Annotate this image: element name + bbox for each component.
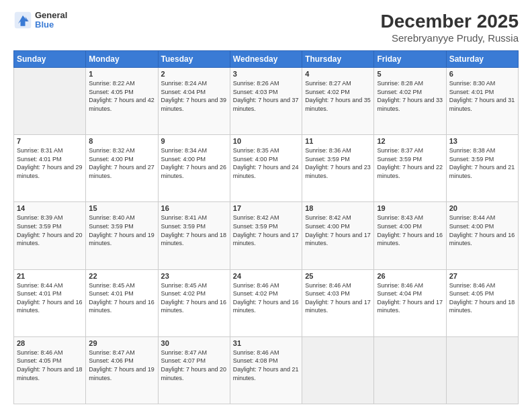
day-number: 12 (377, 137, 443, 145)
day-cell: 28 Sunrise: 8:46 AMSunset: 4:05 PMDaylig… (14, 336, 86, 404)
calendar-table: Sunday Monday Tuesday Wednesday Thursday… (13, 50, 519, 404)
page: General Blue December 2025 Serebryanyye … (0, 0, 532, 411)
day-number: 14 (17, 204, 83, 212)
day-number: 1 (89, 70, 154, 78)
day-cell: 1 Sunrise: 8:22 AMSunset: 4:05 PMDayligh… (86, 68, 158, 135)
logo-icon (13, 11, 32, 30)
day-info: Sunrise: 8:47 AMSunset: 4:06 PMDaylight:… (89, 349, 154, 382)
day-info: Sunrise: 8:22 AMSunset: 4:05 PMDaylight:… (89, 79, 154, 113)
day-cell (374, 336, 446, 404)
day-info: Sunrise: 8:35 AMSunset: 4:00 PMDaylight:… (233, 146, 299, 180)
title-block: December 2025 Serebryanyye Prudy, Russia (381, 11, 519, 44)
day-info: Sunrise: 8:46 AMSunset: 4:08 PMDaylight:… (233, 349, 299, 382)
header-row: Sunday Monday Tuesday Wednesday Thursday… (14, 51, 519, 68)
day-cell: 11 Sunrise: 8:36 AMSunset: 3:59 PMDaylig… (302, 135, 374, 202)
day-number: 15 (89, 204, 154, 212)
logo-blue: Blue (35, 20, 67, 30)
day-info: Sunrise: 8:39 AMSunset: 3:59 PMDaylight:… (17, 214, 83, 247)
col-thursday: Thursday (302, 51, 374, 68)
day-number: 30 (161, 339, 227, 347)
day-cell: 30 Sunrise: 8:47 AMSunset: 4:07 PMDaylig… (158, 336, 230, 404)
day-info: Sunrise: 8:38 AMSunset: 3:59 PMDaylight:… (449, 146, 515, 180)
day-cell: 31 Sunrise: 8:46 AMSunset: 4:08 PMDaylig… (230, 336, 302, 404)
day-info: Sunrise: 8:41 AMSunset: 3:59 PMDaylight:… (161, 214, 227, 247)
day-number: 7 (17, 137, 83, 145)
day-cell: 7 Sunrise: 8:31 AMSunset: 4:01 PMDayligh… (14, 135, 86, 202)
day-info: Sunrise: 8:32 AMSunset: 4:00 PMDaylight:… (89, 146, 154, 180)
day-cell: 12 Sunrise: 8:37 AMSunset: 3:59 PMDaylig… (374, 135, 446, 202)
day-info: Sunrise: 8:46 AMSunset: 4:05 PMDaylight:… (17, 349, 83, 382)
day-info: Sunrise: 8:26 AMSunset: 4:03 PMDaylight:… (233, 79, 299, 113)
day-cell: 18 Sunrise: 8:42 AMSunset: 4:00 PMDaylig… (302, 202, 374, 269)
day-info: Sunrise: 8:46 AMSunset: 4:02 PMDaylight:… (233, 281, 299, 315)
day-info: Sunrise: 8:45 AMSunset: 4:02 PMDaylight:… (161, 281, 227, 315)
day-cell: 10 Sunrise: 8:35 AMSunset: 4:00 PMDaylig… (230, 135, 302, 202)
header: General Blue December 2025 Serebryanyye … (13, 11, 519, 44)
day-number: 10 (233, 137, 299, 145)
col-sunday: Sunday (14, 51, 86, 68)
day-number: 22 (89, 272, 154, 280)
day-info: Sunrise: 8:37 AMSunset: 3:59 PMDaylight:… (377, 146, 443, 180)
day-cell: 16 Sunrise: 8:41 AMSunset: 3:59 PMDaylig… (158, 202, 230, 269)
day-info: Sunrise: 8:44 AMSunset: 4:01 PMDaylight:… (17, 281, 83, 315)
day-cell: 21 Sunrise: 8:44 AMSunset: 4:01 PMDaylig… (14, 269, 86, 336)
day-cell: 27 Sunrise: 8:46 AMSunset: 4:05 PMDaylig… (446, 269, 518, 336)
day-info: Sunrise: 8:34 AMSunset: 4:00 PMDaylight:… (161, 146, 227, 180)
day-cell: 4 Sunrise: 8:27 AMSunset: 4:02 PMDayligh… (302, 68, 374, 135)
day-number: 26 (377, 272, 443, 280)
day-info: Sunrise: 8:42 AMSunset: 4:00 PMDaylight:… (305, 214, 371, 247)
day-info: Sunrise: 8:43 AMSunset: 4:00 PMDaylight:… (377, 214, 443, 247)
week-row-3: 14 Sunrise: 8:39 AMSunset: 3:59 PMDaylig… (14, 202, 519, 269)
day-number: 19 (377, 204, 443, 212)
day-cell: 19 Sunrise: 8:43 AMSunset: 4:00 PMDaylig… (374, 202, 446, 269)
col-tuesday: Tuesday (158, 51, 230, 68)
day-info: Sunrise: 8:24 AMSunset: 4:04 PMDaylight:… (161, 79, 227, 113)
day-number: 8 (89, 137, 154, 145)
day-number: 6 (449, 70, 515, 78)
day-number: 24 (233, 272, 299, 280)
day-cell: 14 Sunrise: 8:39 AMSunset: 3:59 PMDaylig… (14, 202, 86, 269)
day-cell: 6 Sunrise: 8:30 AMSunset: 4:01 PMDayligh… (446, 68, 518, 135)
logo-text: General Blue (35, 11, 67, 30)
day-number: 13 (449, 137, 515, 145)
calendar-subtitle: Serebryanyye Prudy, Russia (381, 32, 519, 44)
day-info: Sunrise: 8:44 AMSunset: 4:00 PMDaylight:… (449, 214, 515, 247)
week-row-2: 7 Sunrise: 8:31 AMSunset: 4:01 PMDayligh… (14, 135, 519, 202)
day-number: 21 (17, 272, 83, 280)
day-number: 11 (305, 137, 371, 145)
day-cell: 9 Sunrise: 8:34 AMSunset: 4:00 PMDayligh… (158, 135, 230, 202)
col-saturday: Saturday (446, 51, 518, 68)
day-number: 5 (377, 70, 443, 78)
calendar-title: December 2025 (381, 11, 519, 32)
day-info: Sunrise: 8:27 AMSunset: 4:02 PMDaylight:… (305, 79, 371, 113)
day-number: 28 (17, 339, 83, 347)
day-cell (302, 336, 374, 404)
day-number: 29 (89, 339, 154, 347)
day-cell: 13 Sunrise: 8:38 AMSunset: 3:59 PMDaylig… (446, 135, 518, 202)
day-cell: 15 Sunrise: 8:40 AMSunset: 3:59 PMDaylig… (86, 202, 158, 269)
day-cell: 8 Sunrise: 8:32 AMSunset: 4:00 PMDayligh… (86, 135, 158, 202)
day-info: Sunrise: 8:30 AMSunset: 4:01 PMDaylight:… (449, 79, 515, 113)
day-number: 23 (161, 272, 227, 280)
col-wednesday: Wednesday (230, 51, 302, 68)
day-cell: 20 Sunrise: 8:44 AMSunset: 4:00 PMDaylig… (446, 202, 518, 269)
day-info: Sunrise: 8:42 AMSunset: 3:59 PMDaylight:… (233, 214, 299, 247)
week-row-4: 21 Sunrise: 8:44 AMSunset: 4:01 PMDaylig… (14, 269, 519, 336)
day-number: 20 (449, 204, 515, 212)
logo-general: General (35, 11, 67, 20)
logo: General Blue (13, 11, 67, 30)
day-number: 18 (305, 204, 371, 212)
day-number: 9 (161, 137, 227, 145)
day-cell: 2 Sunrise: 8:24 AMSunset: 4:04 PMDayligh… (158, 68, 230, 135)
day-cell: 24 Sunrise: 8:46 AMSunset: 4:02 PMDaylig… (230, 269, 302, 336)
day-info: Sunrise: 8:46 AMSunset: 4:03 PMDaylight:… (305, 281, 371, 315)
day-info: Sunrise: 8:45 AMSunset: 4:01 PMDaylight:… (89, 281, 154, 315)
day-cell: 26 Sunrise: 8:46 AMSunset: 4:04 PMDaylig… (374, 269, 446, 336)
day-cell (446, 336, 518, 404)
day-number: 2 (161, 70, 227, 78)
day-number: 16 (161, 204, 227, 212)
day-info: Sunrise: 8:40 AMSunset: 3:59 PMDaylight:… (89, 214, 154, 247)
day-cell: 17 Sunrise: 8:42 AMSunset: 3:59 PMDaylig… (230, 202, 302, 269)
day-cell: 23 Sunrise: 8:45 AMSunset: 4:02 PMDaylig… (158, 269, 230, 336)
day-number: 25 (305, 272, 371, 280)
